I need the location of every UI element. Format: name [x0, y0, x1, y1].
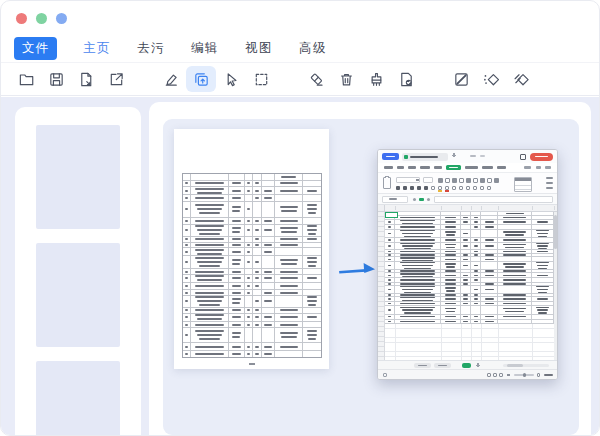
highlighter-icon[interactable] — [156, 66, 186, 92]
window-minimize-dot[interactable] — [36, 13, 47, 24]
spreadsheet-toolbar — [378, 172, 557, 194]
menu-edit[interactable]: 编辑 — [191, 40, 219, 57]
page-thumbnail-1[interactable] — [36, 125, 120, 229]
sheet-tab[interactable] — [434, 363, 451, 368]
doc-verify-icon[interactable] — [391, 66, 421, 92]
export-page-icon[interactable] — [71, 66, 101, 92]
page-thumbnail-2[interactable] — [36, 243, 120, 347]
selected-cell-a1[interactable] — [385, 212, 398, 218]
new-document-icon[interactable] — [11, 66, 41, 92]
page-number-mark — [249, 363, 255, 365]
brush-icon[interactable] — [361, 66, 391, 92]
window-close-dot[interactable] — [16, 13, 27, 24]
menu-bar: 文件 主页 去污 编辑 视图 高级 — [1, 35, 599, 63]
page-thumbnail-panel — [15, 107, 141, 436]
window-zoom-dot[interactable] — [56, 13, 67, 24]
content-area — [1, 97, 599, 435]
share-icon[interactable] — [101, 66, 131, 92]
conversion-arrow-icon — [336, 257, 378, 281]
pdf-page[interactable] — [174, 129, 329, 369]
extract-copy-icon[interactable] — [186, 66, 216, 92]
page-thumbnail-3[interactable] — [36, 361, 120, 436]
spreadsheet-sheet-tabs — [378, 360, 557, 369]
spreadsheet-window[interactable] — [377, 149, 558, 380]
spreadsheet-column-header — [378, 205, 557, 212]
edit-strike-icon[interactable] — [446, 66, 476, 92]
eraser-icon[interactable] — [301, 66, 331, 92]
trash-icon[interactable] — [331, 66, 361, 92]
pdf-table — [182, 173, 322, 358]
flatten-icon[interactable] — [506, 66, 536, 92]
ribbon-tab-active — [446, 165, 461, 171]
app-window: 文件 主页 去污 编辑 视图 高级 — [0, 0, 600, 436]
main-canvas-card — [149, 102, 591, 436]
menu-file[interactable]: 文件 — [14, 37, 57, 60]
clean-sparkle-icon[interactable] — [476, 66, 506, 92]
spreadsheet-status-bar — [378, 369, 557, 379]
spreadsheet-ribbon-tabs — [378, 163, 557, 172]
spreadsheet-grid — [378, 212, 557, 360]
spreadsheet-formula-bar — [378, 194, 557, 205]
menu-view[interactable]: 视图 — [245, 40, 273, 57]
sheet-tab[interactable] — [414, 363, 431, 368]
menu-advanced[interactable]: 高级 — [299, 40, 327, 57]
cursor-icon[interactable] — [216, 66, 246, 92]
save-icon[interactable] — [41, 66, 71, 92]
file-tab[interactable] — [402, 153, 448, 161]
sheet-tab-add — [462, 363, 471, 368]
share-button[interactable] — [530, 153, 553, 161]
marquee-select-icon[interactable] — [246, 66, 276, 92]
conversion-stage — [163, 119, 579, 435]
toolbar — [1, 63, 599, 96]
menu-home[interactable]: 主页 — [83, 40, 111, 57]
spreadsheet-titlebar — [378, 150, 557, 163]
menu-decontaminate[interactable]: 去污 — [137, 40, 165, 57]
titlebar — [1, 1, 599, 35]
